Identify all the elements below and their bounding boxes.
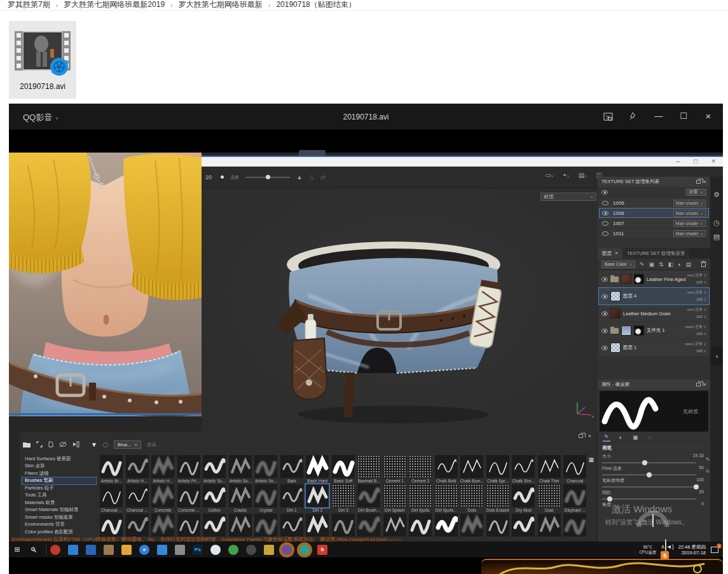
chip-close-icon[interactable]: × (135, 442, 137, 448)
ad-banner[interactable] (481, 559, 723, 574)
texture-set-row[interactable]: 1006Main shader∨ (600, 208, 708, 217)
hide-eye-icon[interactable] (59, 441, 67, 449)
player-app-menu[interactable]: QQ影音 ∨ (23, 112, 58, 123)
expand-icon[interactable] (36, 441, 43, 449)
shelf-category[interactable]: Skin 皮肤 (22, 463, 96, 470)
add-effect-icon[interactable]: ✎ (640, 261, 645, 268)
visibility-eye-icon[interactable] (601, 277, 608, 282)
close-panel-icon[interactable]: × (703, 382, 706, 388)
brush-item[interactable]: Cement 2 (408, 455, 434, 484)
sp-maximize-icon[interactable]: □ (694, 157, 697, 165)
pen-pressure-icon[interactable]: ✎ (705, 468, 710, 475)
file-explorer-icon[interactable] (121, 545, 132, 555)
viewport-model-shorts[interactable] (251, 225, 543, 428)
pen-pressure-icon[interactable]: ✎ (705, 456, 710, 463)
channel-dropdown[interactable]: Base Color ∨ (601, 261, 635, 268)
import-icon[interactable] (72, 441, 79, 449)
breadcrumb-item[interactable]: 20190718（贴图结束） (276, 0, 355, 10)
brush-item[interactable] (537, 514, 563, 536)
texture-set-row[interactable]: 1007Main shader∨ (600, 219, 708, 228)
brush-item[interactable] (408, 514, 434, 536)
shader-dropdown[interactable]: Main shader∨ (673, 220, 706, 227)
pen-app-icon[interactable] (157, 545, 167, 555)
notification-center-icon[interactable]: 1 (710, 545, 720, 554)
browser-app-icon[interactable] (210, 545, 221, 555)
shelf-category[interactable]: Filters 滤镜 (22, 470, 96, 477)
brush-item[interactable]: Artistic Pri... (176, 455, 202, 484)
mini-mode-icon[interactable] (603, 113, 615, 121)
file-icon[interactable] (48, 441, 53, 449)
float-panel-icon[interactable] (696, 383, 701, 386)
tray-five-icon[interactable]: 5 (661, 551, 669, 559)
shelf-category[interactable]: Tools 工具 (22, 492, 96, 500)
shelf-category[interactable]: Particles 粒子 (22, 484, 96, 492)
perspective-icon[interactable]: ▭∨ (545, 172, 554, 179)
stencil-tab-icon[interactable]: ▣ (631, 434, 640, 441)
brush-item[interactable]: Crystal (253, 484, 279, 514)
brush-item[interactable]: Charcoal ... (125, 484, 151, 514)
file-tile-20190718[interactable]: 20190718.avi (9, 21, 76, 99)
shelf-category[interactable]: Smart masks 智能遮罩 (22, 514, 96, 521)
shading-sphere-icon[interactable]: ◓∨ (563, 172, 569, 179)
folder-icon[interactable] (23, 442, 31, 449)
float-panel-icon[interactable] (696, 180, 701, 184)
layer-row[interactable]: 文件夹 1norm 正常 ∨100 ∨ (599, 322, 709, 339)
brush-tip-icon[interactable] (221, 175, 224, 179)
start-button[interactable]: ⊞ (9, 545, 25, 554)
brush-item[interactable] (459, 514, 485, 536)
brush-item[interactable] (434, 514, 460, 536)
brush-item[interactable]: Elephant ... (562, 484, 588, 514)
brush-item[interactable] (356, 514, 382, 536)
dock-history-icon[interactable]: ◷ (713, 219, 721, 227)
brush-item[interactable] (176, 514, 202, 536)
pin-icon[interactable] (628, 112, 640, 121)
brush-item[interactable] (150, 514, 176, 536)
dock-gear-icon[interactable]: ⚙ (713, 191, 721, 199)
brush-item[interactable] (562, 514, 588, 536)
shelf-search-input[interactable] (147, 441, 191, 449)
purple-orb-app-icon[interactable] (282, 545, 292, 555)
brush-item[interactable] (382, 514, 408, 536)
brush-item[interactable]: Charcoal (562, 455, 588, 484)
brush-item[interactable] (305, 514, 331, 536)
layer-blend-opacity[interactable]: nrm 正常 ∨100 ∨ (687, 272, 706, 286)
visibility-eye-icon[interactable] (602, 201, 608, 205)
dock-list-icon[interactable]: ▤ (713, 233, 721, 241)
breadcrumb-item[interactable]: 罗大胜第七期网络班最新 (179, 0, 263, 10)
notes-app-icon[interactable] (68, 545, 78, 555)
search-filter-chip[interactable]: Brus... × (114, 441, 141, 449)
shelf-category[interactable]: Hard Surfaces 硬表面 (22, 455, 96, 463)
brush-item[interactable]: Chalk Bum... (459, 455, 485, 484)
brush-item[interactable]: Cracks (228, 484, 254, 514)
shelf-category[interactable]: Color profiles 色彩配置 (22, 528, 96, 536)
slider-knob[interactable] (266, 175, 270, 179)
sougou-app-icon[interactable]: S (317, 545, 327, 555)
brush-item[interactable]: Dots Erased (485, 484, 511, 514)
brush-item[interactable]: Dirt Brush... (356, 484, 382, 514)
minimize-icon[interactable]: — (653, 111, 664, 122)
brush-size-value[interactable]: 20 (205, 174, 212, 181)
layer-row[interactable]: 图层 4nrm 正常 ∨100 ∨ (599, 288, 709, 304)
sp-minimize-icon[interactable]: – (676, 157, 680, 165)
tray-volume-icon[interactable]: ◄) (666, 543, 674, 550)
brush-item[interactable] (202, 514, 228, 536)
brush-item[interactable]: Artistic Br... (99, 455, 125, 484)
symmetry-icon[interactable]: ▲ (296, 174, 303, 181)
visibility-eye-icon[interactable] (601, 311, 608, 316)
grid-view-toggle-icon[interactable]: ▦ (588, 456, 594, 463)
float-panel-icon[interactable] (579, 434, 583, 438)
brush-item[interactable]: Artistic So... (228, 455, 254, 484)
visibility-eye-icon[interactable] (601, 329, 608, 333)
brush-item[interactable]: Cotton (202, 484, 228, 514)
brush-item[interactable] (331, 514, 357, 536)
maximize-icon[interactable]: ☐ (678, 111, 689, 122)
sp-close-icon[interactable]: × (711, 157, 715, 165)
brush-item[interactable]: Chalk Spr... (485, 455, 511, 484)
pattern-tab-icon[interactable]: ◐ (618, 434, 624, 441)
brush-item[interactable]: Basic Soft (331, 455, 357, 484)
close-icon[interactable]: × (703, 111, 714, 122)
brush-item[interactable]: Dirt Spots (408, 484, 434, 514)
brush-tab-icon[interactable]: ✎ (603, 433, 610, 442)
link-filter-icon[interactable] (103, 442, 108, 448)
material-tab-icon[interactable]: ◌ (647, 434, 653, 441)
